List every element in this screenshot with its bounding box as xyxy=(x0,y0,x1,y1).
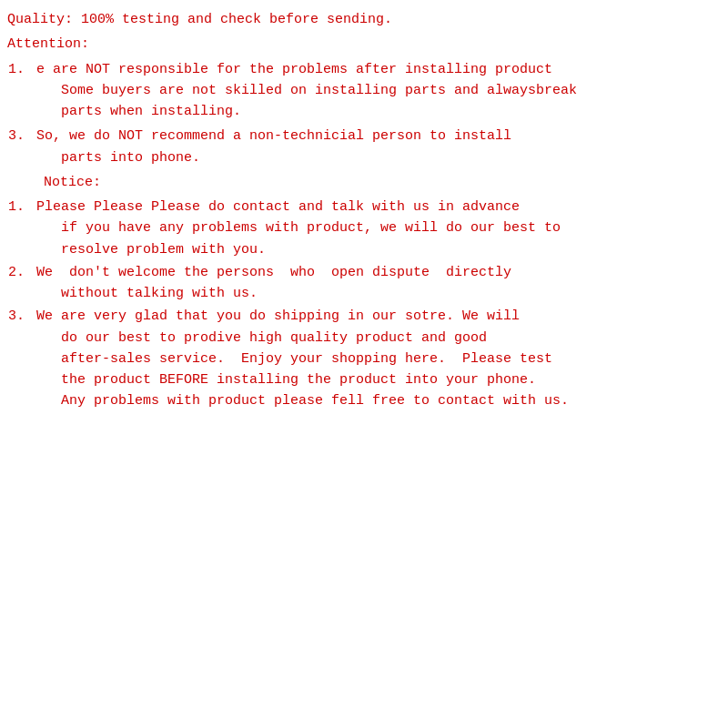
main-content: Quality: 100% testing and check before s… xyxy=(7,9,721,412)
list-three: Please Please Please do contact and talk… xyxy=(7,197,721,412)
attention-label: Attention: xyxy=(7,36,89,52)
notice-label: Notice: xyxy=(44,175,101,190)
list-one: e are NOT responsible for the problems a… xyxy=(7,59,721,123)
attention-line: Attention: xyxy=(7,34,721,55)
list-two: So, we do NOT recommend a non-technicial… xyxy=(7,126,721,168)
list-item: We are very glad that you do shipping in… xyxy=(33,306,721,411)
quality-line: Quality: 100% testing and check before s… xyxy=(7,9,721,30)
quality-text: 100% testing and check before sending. xyxy=(73,12,392,27)
list-item: We don't welcome the persons who open di… xyxy=(33,262,721,305)
list-item: e are NOT responsible for the problems a… xyxy=(33,59,721,123)
list-item: So, we do NOT recommend a non-technicial… xyxy=(33,126,721,168)
notice-line: Notice: xyxy=(7,172,721,193)
quality-label: Quality: xyxy=(7,12,73,27)
list-item: Please Please Please do contact and talk… xyxy=(33,197,721,260)
